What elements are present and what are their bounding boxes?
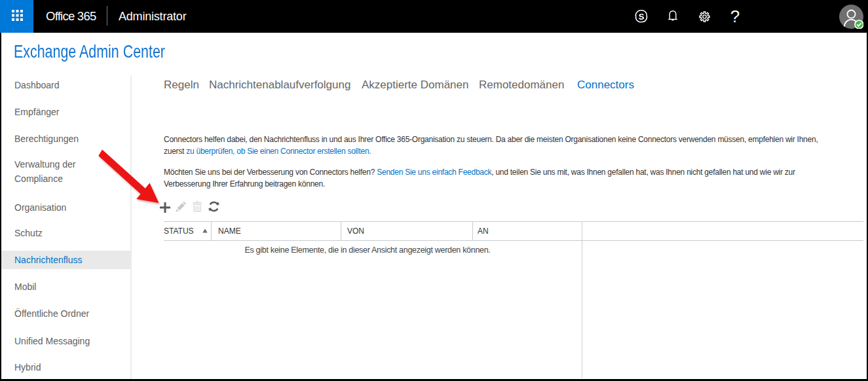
svg-text:S: S <box>639 12 645 22</box>
